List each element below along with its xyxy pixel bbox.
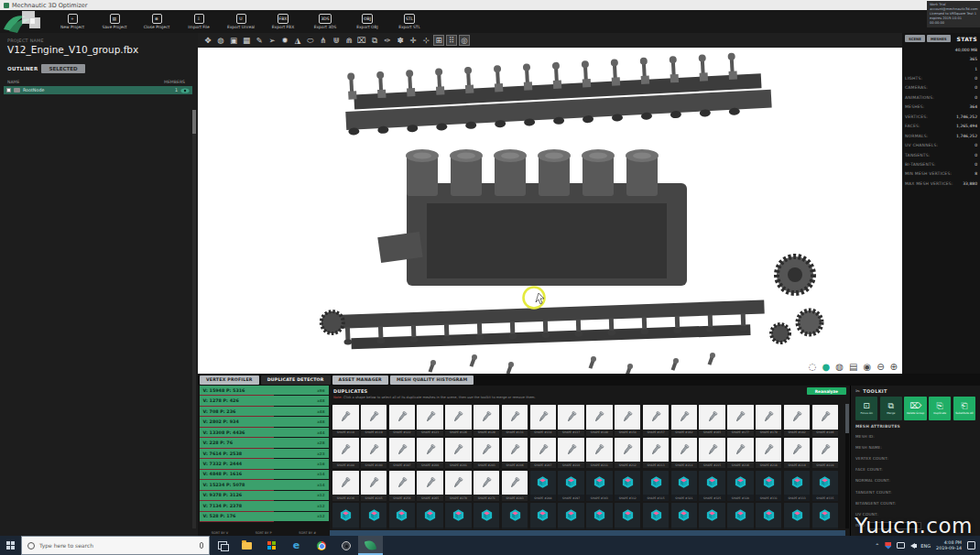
sort-by-count[interactable]: SORT BY # — [299, 531, 316, 535]
shape-tile[interactable]: SHAPE #219 — [784, 438, 811, 469]
shape-tile[interactable]: SHAPE #182 — [784, 405, 811, 436]
duplicate-group-row[interactable]: V: 1278 P: 426 x48 — [200, 396, 329, 405]
hierarchy-c-icon[interactable]: ⋒ — [343, 35, 354, 46]
duplicate-group-row[interactable]: V: 228 P: 76 x28 — [200, 438, 329, 447]
duplicate-group-row[interactable]: V: 708 P: 236 x48 — [200, 407, 329, 416]
shape-tile[interactable]: SHAPE #215 — [699, 438, 725, 469]
shape-tile[interactable]: SHAPE #288 — [530, 471, 557, 502]
toolkit-button-duplicate[interactable]: ⎘ Duplicate — [929, 397, 951, 420]
gear-icon[interactable]: ✹ — [279, 35, 290, 46]
sort-by-p[interactable]: SORT BY P — [256, 531, 272, 535]
taskbar-search[interactable]: Type here to search — [21, 536, 210, 555]
toolbar-button-export-stl[interactable]: STL Export STL — [388, 14, 430, 30]
tab-vertex-profiler[interactable]: VERTEX PROFILER — [200, 375, 259, 385]
shape-tile[interactable]: SHAPE #303 — [586, 471, 613, 502]
shape-tile[interactable]: SHAPE #137 — [558, 405, 584, 436]
texture-icon[interactable]: ▦ — [241, 35, 252, 46]
duplicate-group-row[interactable]: V: 13308 P: 4436 x44 — [200, 428, 329, 437]
toolkit-button-merge[interactable]: ⧉ Merge — [880, 397, 902, 420]
defender-icon[interactable] — [885, 542, 891, 550]
shape-tile[interactable]: SHAPE #265 — [417, 471, 443, 502]
trash-icon[interactable]: ⌧ — [356, 35, 367, 46]
shape-tile[interactable]: SHAPE #201 — [445, 438, 472, 469]
toolkit-button-focus-on[interactable]: ⊡ Focus On — [855, 397, 877, 420]
group-select-icon[interactable]: ⠿ — [446, 35, 457, 46]
shape-tile[interactable]: SHAPE #203 — [474, 438, 500, 469]
shape-tile[interactable]: SHAPE #218 — [756, 438, 782, 469]
tab-outliner[interactable]: OUTLINER — [7, 66, 38, 71]
shape-tile[interactable]: SHAPE #270 — [445, 471, 472, 502]
shape-tile[interactable]: SHAPE #177 — [727, 405, 754, 436]
column-members[interactable]: MEMBERS — [164, 80, 185, 84]
outliner-row-rootnode[interactable]: RootNode 1 — [4, 86, 192, 94]
wireframe-sphere-icon[interactable]: ◌ — [809, 362, 817, 372]
zoom-in-icon[interactable]: ⊕ — [890, 362, 898, 372]
shape-tile[interactable]: SHAPE #188 — [332, 438, 359, 469]
axis-icon[interactable]: ⊹ — [420, 35, 431, 46]
shape-tile[interactable]: SHAPE #197 — [389, 438, 416, 469]
duplicate-group-row[interactable]: V: 528 P: 176 x12 — [200, 512, 329, 521]
shape-tile[interactable]: SHAPE #335 — [812, 471, 839, 502]
shape-tile[interactable] — [445, 503, 472, 529]
duplicate-group-row[interactable]: V: 4848 P: 1616 x14 — [200, 470, 329, 479]
shape-tile[interactable]: SHAPE #122 — [389, 405, 416, 436]
shape-tile[interactable]: SHAPE #315 — [643, 471, 670, 502]
notification-center-icon[interactable] — [967, 541, 975, 550]
optimizer-app-button[interactable] — [358, 536, 383, 555]
visibility-eye-icon[interactable] — [180, 88, 190, 93]
toolbar-button-export-unreal[interactable]: U Export Unreal — [220, 14, 262, 30]
toolbar-button-close-project[interactable]: ⊗ Close Project — [136, 14, 178, 30]
shape-tile[interactable] — [389, 503, 416, 529]
shape-tile[interactable] — [417, 503, 443, 529]
duplicate-group-row[interactable]: V: 15234 P: 5078 x14 — [200, 480, 329, 489]
tab-selected[interactable]: SELECTED — [41, 64, 84, 73]
chrome-button[interactable] — [309, 536, 333, 555]
tab-mesh-quality-histogram[interactable]: MESH QUALITY HISTOGRAM — [390, 375, 474, 385]
shape-tile[interactable]: SHAPE #134 — [530, 405, 557, 436]
shape-tile[interactable]: SHAPE #212 — [615, 438, 641, 469]
hierarchy-b-icon[interactable]: ⋓ — [331, 35, 342, 46]
ms-app-button[interactable] — [259, 536, 284, 555]
shape-tile[interactable]: SHAPE #236 — [332, 471, 359, 502]
shape-tile[interactable]: SHAPE #325 — [699, 471, 725, 502]
toolkit-button-substitute-all[interactable]: ⎗ Substitute All — [953, 397, 975, 420]
mesh-attributes-header[interactable]: MESH ATTRIBUTES — [855, 424, 975, 429]
cube-icon[interactable]: ▣ — [228, 35, 239, 46]
shape-tile[interactable] — [812, 503, 839, 529]
shape-tile[interactable]: SHAPE #157 — [643, 405, 670, 436]
box-select-icon[interactable]: ⊞ — [433, 35, 444, 46]
stats-tab-scene[interactable]: SCENE — [905, 35, 925, 42]
shape-tile[interactable]: SHAPE #140 — [586, 405, 613, 436]
toolbar-button-export-fbx[interactable]: FBX Export FBX — [262, 14, 304, 30]
shape-tile[interactable] — [474, 503, 500, 529]
shape-tile[interactable]: SHAPE #207 — [530, 438, 557, 469]
shape-tile[interactable] — [727, 503, 754, 529]
shape-tile[interactable]: SHAPE #331 — [756, 471, 782, 502]
shape-tile[interactable] — [784, 503, 811, 529]
shape-tile[interactable] — [615, 503, 641, 529]
duplicate-group-row[interactable]: V: 7614 P: 2538 x23 — [200, 449, 329, 458]
shape-tile[interactable] — [361, 503, 387, 529]
toolbar-button-save-project[interactable]: ▤ Save Project — [93, 14, 136, 30]
microphone-icon[interactable] — [200, 542, 203, 549]
language-indicator[interactable]: ENG — [920, 543, 931, 549]
start-button[interactable] — [0, 536, 21, 555]
shape-tile[interactable]: SHAPE #200 — [417, 438, 443, 469]
shape-tile[interactable]: SHAPE #312 — [615, 471, 641, 502]
reanalyze-button[interactable]: Reanalyze — [807, 387, 846, 395]
shape-tile[interactable]: SHAPE #206 — [502, 438, 528, 469]
outliner-scrollbar[interactable] — [192, 110, 196, 528]
shape-tile[interactable]: SHAPE #129 — [474, 405, 500, 436]
shape-tile[interactable]: SHAPE #131 — [502, 405, 528, 436]
shape-tile[interactable]: SHAPE #190 — [361, 438, 387, 469]
shape-tile[interactable]: SHAPE #214 — [671, 438, 698, 469]
tab-asset-manager[interactable]: ASSET MANAGER — [332, 375, 388, 385]
shape-tile[interactable]: SHAPE #321 — [671, 471, 698, 502]
row-checkbox[interactable] — [6, 88, 11, 92]
shape-tile[interactable] — [699, 503, 725, 529]
recorder-button[interactable] — [333, 536, 358, 555]
shaded-sphere-icon[interactable]: ◍ — [215, 35, 226, 46]
duplicate-group-row[interactable]: V: 2802 P: 934 x48 — [200, 417, 329, 426]
pencil-icon[interactable]: ✎ — [254, 35, 265, 46]
display-icon[interactable] — [897, 542, 905, 549]
